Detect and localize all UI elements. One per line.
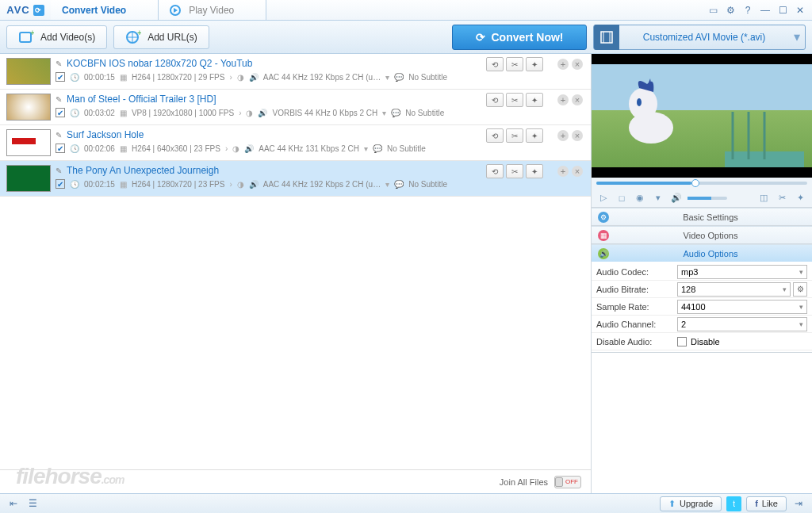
chevron-right-icon[interactable]: › (239, 109, 241, 117)
help-icon[interactable]: ? (741, 3, 755, 17)
right-pane: ▷ □ ◉ ▾ 🔊 ◫ ✂ ✦ ⚙Basic Settings ▦Video O… (592, 54, 812, 493)
pencil-icon[interactable]: ✎ (56, 95, 62, 104)
chevron-down-icon[interactable]: ▾ (382, 109, 386, 117)
subtitle-info: No Subtitle (405, 109, 444, 117)
video-thumbnail[interactable] (6, 165, 51, 192)
panel-left-icon[interactable]: ⇤ (6, 496, 21, 511)
join-files-toggle[interactable]: OFF (554, 476, 581, 488)
pencil-icon[interactable]: ✎ (56, 59, 62, 68)
maximize-button[interactable]: ☐ (776, 3, 790, 17)
volume-icon[interactable]: 🔊 (669, 192, 684, 205)
video-preview[interactable] (592, 54, 812, 178)
video-list-pane: ✎ KOCBFN IOS nobar 1280x720 Q2 - YouTub … (0, 54, 592, 493)
minimize-button[interactable]: — (758, 3, 772, 17)
video-row[interactable]: ✎ Man of Steel - Official Trailer 3 [HD]… (0, 90, 591, 125)
video-duration: 00:02:06 (84, 144, 115, 153)
add-item-button[interactable]: + (557, 94, 569, 105)
settings-icon[interactable]: ◑ (232, 144, 239, 153)
cut-button[interactable]: ✂ (506, 164, 523, 178)
tab-play-video[interactable]: Play Video (159, 0, 266, 20)
list-icon[interactable]: ☰ (25, 496, 40, 511)
video-row[interactable]: ✎ Surf Jackson Hole ✔ 🕓 00:02:06 ▦ H264 … (0, 125, 591, 161)
stop-button[interactable]: □ (615, 192, 629, 205)
chevron-right-icon[interactable]: › (225, 144, 228, 153)
accordion-audio-header[interactable]: 🔊Audio Options (592, 244, 812, 262)
video-checkbox[interactable]: ✔ (56, 179, 65, 189)
cut-button[interactable]: ✂ (506, 93, 523, 107)
video-checkbox[interactable]: ✔ (56, 108, 65, 117)
cut-button[interactable]: ✂ (506, 57, 523, 71)
repeat-button[interactable]: ⟲ (486, 93, 504, 107)
repeat-button[interactable]: ⟲ (486, 164, 504, 178)
film-icon (594, 25, 619, 50)
audio-codec-select[interactable]: mp3▾ (677, 265, 807, 279)
bitrate-gear-button[interactable]: ⚙ (793, 282, 807, 297)
audio-codec-info: AAC 44 KHz 131 Kbps 2 CH (259, 144, 359, 153)
add-item-button[interactable]: + (557, 130, 569, 141)
settings-icon[interactable]: ◑ (237, 180, 244, 189)
video-thumbnail[interactable] (6, 58, 51, 85)
tab-convert-video[interactable]: Convert Video (51, 0, 159, 20)
remove-item-button[interactable]: × (572, 130, 583, 141)
cut-button[interactable]: ✂ (506, 128, 523, 143)
settings-icon[interactable]: ◑ (237, 73, 244, 82)
chevron-down-icon[interactable]: ▾ (385, 73, 389, 82)
effects-button[interactable]: ✦ (793, 192, 807, 205)
video-checkbox[interactable]: ✔ (56, 72, 65, 82)
remove-item-button[interactable]: × (572, 94, 583, 105)
chevron-down-icon[interactable]: ▾ (385, 180, 389, 189)
add-item-button[interactable]: + (557, 59, 569, 70)
add-item-button[interactable]: + (557, 166, 569, 177)
convert-now-button[interactable]: ⟳ Convert Now! (452, 25, 587, 50)
clock-icon: 🕓 (70, 180, 79, 189)
audio-channel-select[interactable]: 2▾ (677, 317, 807, 331)
output-profile-select[interactable]: Customized AVI Movie (*.avi) ▾ (593, 25, 806, 50)
chevron-down-icon[interactable]: ▾ (364, 144, 368, 153)
upgrade-button[interactable]: ⬆Upgrade (660, 496, 722, 511)
video-row[interactable]: ✎ The Pony An Unexpected Journeigh ✔ 🕓 0… (0, 161, 591, 197)
pencil-icon[interactable]: ✎ (56, 131, 62, 140)
facebook-like-button[interactable]: fLike (746, 496, 787, 511)
sample-rate-select[interactable]: 44100▾ (677, 300, 807, 314)
settings-icon[interactable]: ◑ (246, 109, 253, 117)
twitter-button[interactable]: t (726, 496, 741, 511)
effects-button[interactable]: ✦ (526, 164, 543, 178)
add-urls-button[interactable]: + Add URL(s) (113, 25, 209, 49)
snapshot-button[interactable]: ◉ (633, 192, 647, 205)
subtitle-info: No Subtitle (408, 180, 447, 189)
effects-button[interactable]: ✦ (526, 93, 543, 107)
repeat-button[interactable]: ⟲ (486, 128, 504, 143)
disable-audio-checkbox[interactable] (677, 337, 687, 346)
remove-item-button[interactable]: × (572, 166, 583, 177)
chevron-right-icon[interactable]: › (229, 73, 232, 82)
menu-icon[interactable]: ▭ (706, 3, 720, 17)
accordion-video-options[interactable]: ▦Video Options (592, 226, 812, 244)
video-thumbnail[interactable] (6, 129, 51, 156)
cut-button[interactable]: ✂ (775, 192, 789, 205)
film-icon: ▦ (598, 230, 609, 241)
chevron-right-icon[interactable]: › (229, 180, 232, 189)
video-thumbnail[interactable] (6, 94, 51, 121)
effects-button[interactable]: ✦ (526, 128, 543, 143)
sample-rate-label: Sample Rate: (596, 302, 677, 312)
film-icon: ▦ (120, 180, 127, 189)
repeat-button[interactable]: ⟲ (486, 57, 504, 71)
seek-bar[interactable] (592, 178, 812, 189)
effects-button[interactable]: ✦ (526, 57, 543, 71)
gear-icon[interactable]: ⚙ (723, 3, 737, 17)
volume-slider[interactable] (688, 197, 727, 200)
add-videos-button[interactable]: + Add Video(s) (6, 25, 107, 49)
close-button[interactable]: ✕ (793, 3, 807, 17)
chevron-down-icon[interactable]: ▾ (651, 192, 665, 205)
pencil-icon[interactable]: ✎ (56, 167, 62, 175)
speaker-icon: 🔊 (598, 248, 609, 259)
crop-button[interactable]: ◫ (756, 192, 771, 205)
panel-right-icon[interactable]: ⇥ (791, 496, 806, 511)
remove-item-button[interactable]: × (572, 59, 583, 70)
audio-bitrate-select[interactable]: 128▾ (677, 282, 791, 297)
svg-point-9 (637, 98, 642, 106)
video-checkbox[interactable]: ✔ (56, 144, 65, 153)
video-row[interactable]: ✎ KOCBFN IOS nobar 1280x720 Q2 - YouTub … (0, 54, 591, 90)
play-button[interactable]: ▷ (596, 192, 611, 205)
accordion-basic-settings[interactable]: ⚙Basic Settings (592, 208, 812, 226)
